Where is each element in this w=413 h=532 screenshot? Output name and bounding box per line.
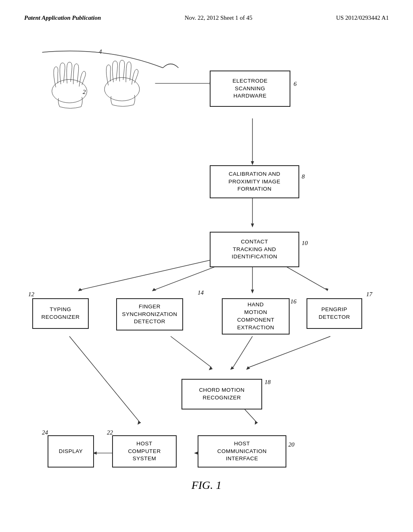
typing-box: TYPING RECOGNIZER <box>32 298 89 329</box>
hand-motion-box: HAND MOTION COMPONENT EXTRACTION <box>222 298 290 335</box>
svg-marker-9 <box>78 288 82 291</box>
host-computer-box: HOST COMPUTER SYSTEM <box>112 435 177 468</box>
label-18: 18 <box>265 379 271 386</box>
figure-caption: FIG. 1 <box>192 479 222 492</box>
patent-number-label: US 2012/0293442 A1 <box>336 15 389 21</box>
display-box: DISPLAY <box>48 435 94 468</box>
svg-point-0 <box>52 79 87 103</box>
svg-marker-11 <box>152 288 156 291</box>
calibration-box: CALIBRATION AND PROXIMITY IMAGE FORMATIO… <box>210 165 299 198</box>
label-24: 24 <box>42 429 48 436</box>
svg-line-16 <box>233 336 252 367</box>
label-2: 2 <box>83 89 86 96</box>
svg-marker-23 <box>255 421 258 425</box>
electrode-box: ELECTRODE SCANNING HARDWARE <box>210 71 290 107</box>
label-17: 17 <box>366 291 372 298</box>
patent-label: Patent Application Publication <box>24 15 101 21</box>
svg-marker-17 <box>230 366 234 370</box>
label-4: 4 <box>99 48 102 55</box>
svg-marker-5 <box>251 161 254 165</box>
label-22: 22 <box>107 429 113 436</box>
svg-marker-25 <box>246 366 250 370</box>
svg-line-20 <box>69 336 140 422</box>
svg-marker-7 <box>251 223 254 227</box>
svg-marker-13 <box>251 290 254 294</box>
svg-line-18 <box>171 336 211 367</box>
chord-motion-box: CHORD MOTION RECOGNIZER <box>181 379 262 409</box>
finger-sync-box: FINGER SYNCHRONIZATION DETECTOR <box>116 298 183 330</box>
pengrip-box: PENGRIP DETECTOR <box>307 298 362 329</box>
label-6: 6 <box>294 81 297 87</box>
svg-marker-21 <box>138 421 141 425</box>
label-10: 10 <box>302 240 308 247</box>
label-20: 20 <box>288 441 294 448</box>
svg-marker-19 <box>209 367 213 370</box>
label-12: 12 <box>28 291 34 298</box>
label-14: 14 <box>198 289 204 296</box>
svg-point-1 <box>104 77 140 101</box>
svg-line-24 <box>248 336 330 367</box>
contact-box: CONTACT TRACKING AND IDENTIFICATION <box>210 232 299 267</box>
svg-marker-15 <box>325 288 328 291</box>
date-sheet-label: Nov. 22, 2012 Sheet 1 of 45 <box>185 15 252 21</box>
label-16: 16 <box>290 298 296 305</box>
host-comm-box: HOST COMMUNICATION INTERFACE <box>198 435 286 468</box>
svg-line-8 <box>81 258 217 289</box>
label-8: 8 <box>302 173 305 180</box>
